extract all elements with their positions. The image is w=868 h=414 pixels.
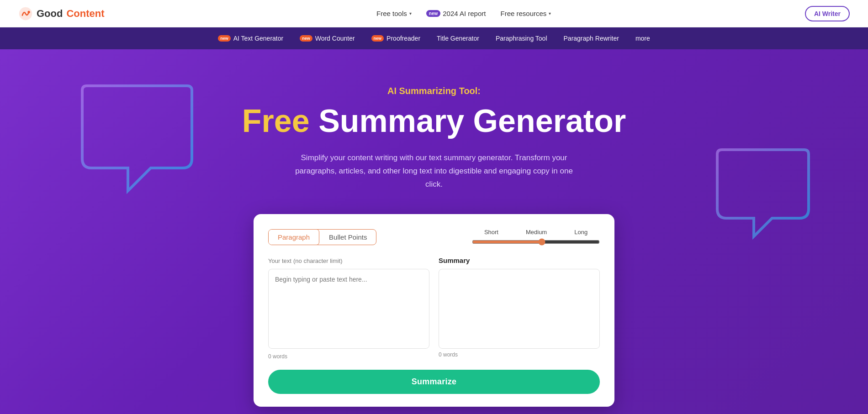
hero-title: Free Summary Generator: [242, 104, 626, 139]
output-word-count: 0 words: [439, 351, 600, 358]
hero-title-free: Free: [242, 103, 310, 139]
nav-ai-report[interactable]: new 2024 AI report: [426, 10, 486, 17]
nav-right: AI Writer: [805, 6, 850, 21]
input-word-count: 0 words: [268, 353, 429, 360]
subnav-word-counter[interactable]: new Word Counter: [293, 32, 361, 45]
logo-icon: [18, 6, 33, 21]
nav-free-tools[interactable]: Free tools ▾: [376, 10, 412, 17]
slider-label-medium: Medium: [526, 229, 547, 236]
tab-group: Paragraph Bullet Points: [268, 229, 376, 245]
logo-content: Content: [66, 8, 104, 20]
subnav-ai-text-gen[interactable]: new AI Text Generator: [212, 32, 290, 45]
navbar: GoodContent Free tools ▾ new 2024 AI rep…: [0, 0, 868, 27]
chevron-down-icon: ▾: [549, 11, 551, 16]
output-label: Summary: [439, 257, 600, 264]
slider-label-long: Long: [574, 229, 587, 236]
slider-group: Short Medium Long: [472, 229, 600, 246]
tab-paragraph[interactable]: Paragraph: [268, 229, 319, 245]
chevron-down-icon: ▾: [409, 11, 412, 16]
text-input[interactable]: [268, 269, 429, 349]
hero-description: Simplify your content writing with our t…: [292, 152, 576, 191]
bubble-left-icon: [73, 77, 201, 204]
input-label: Your text (no character limit): [268, 257, 429, 264]
input-column: Your text (no character limit) 0 words: [268, 257, 429, 360]
svg-point-1: [27, 10, 30, 13]
new-badge: new: [371, 35, 384, 42]
bubble-right-icon: [713, 141, 813, 241]
slider-label-short: Short: [484, 229, 498, 236]
logo-good: Good: [37, 8, 63, 20]
subnav-paragraph-rewriter[interactable]: Paragraph Rewriter: [557, 32, 625, 45]
subnav-title-gen[interactable]: Title Generator: [430, 32, 486, 45]
subnav: new AI Text Generator new Word Counter n…: [0, 27, 868, 49]
slider-labels: Short Medium Long: [484, 229, 587, 236]
ai-writer-button[interactable]: AI Writer: [805, 6, 850, 21]
length-slider[interactable]: [472, 238, 600, 246]
tool-card-header: Paragraph Bullet Points Short Medium Lon…: [268, 229, 600, 246]
subnav-proofreader[interactable]: new Proofreader: [365, 32, 427, 45]
hero-section: AI Summarizing Tool: Free Summary Genera…: [0, 49, 868, 414]
hero-subtitle: AI Summarizing Tool:: [387, 86, 481, 96]
subnav-more[interactable]: more: [629, 32, 656, 45]
generate-button[interactable]: Summarize: [268, 370, 600, 394]
tool-columns: Your text (no character limit) 0 words S…: [268, 257, 600, 360]
new-badge: new: [300, 35, 312, 42]
subnav-paraphrasing[interactable]: Paraphrasing Tool: [489, 32, 554, 45]
tool-card: Paragraph Bullet Points Short Medium Lon…: [254, 214, 614, 407]
nav-free-resources[interactable]: Free resources ▾: [500, 10, 551, 17]
summary-output: [439, 269, 600, 349]
output-column: Summary 0 words: [439, 257, 600, 360]
logo[interactable]: GoodContent: [18, 6, 105, 21]
hero-title-rest: Summary Generator: [310, 103, 626, 139]
new-badge: new: [426, 10, 440, 17]
new-badge: new: [218, 35, 231, 42]
nav-links: Free tools ▾ new 2024 AI report Free res…: [123, 10, 805, 17]
tab-bullet-points[interactable]: Bullet Points: [320, 230, 376, 245]
